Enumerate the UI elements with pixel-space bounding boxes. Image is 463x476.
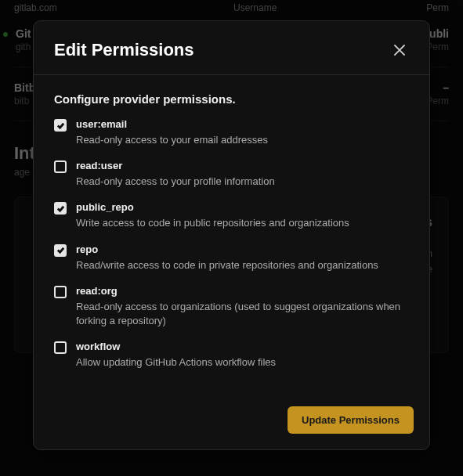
permission-text: user:emailRead-only access to your email… <box>76 118 409 147</box>
permission-checkbox[interactable] <box>54 286 67 298</box>
permission-item: read:orgRead-only access to organization… <box>54 285 409 328</box>
permission-item: read:userRead-only access to your profil… <box>54 160 409 189</box>
configure-heading: Configure provider permissions. <box>54 92 409 106</box>
permission-label: public_repo <box>76 201 409 213</box>
permission-checkbox[interactable] <box>54 160 67 173</box>
permission-checkbox[interactable] <box>54 341 67 354</box>
permission-description: Allow updating GitHub Actions workflow f… <box>76 355 409 370</box>
permissions-list: user:emailRead-only access to your email… <box>54 118 409 370</box>
check-icon <box>56 204 65 213</box>
close-icon <box>393 44 406 56</box>
permission-text: workflowAllow updating GitHub Actions wo… <box>76 341 409 370</box>
check-icon <box>56 246 65 254</box>
permission-description: Write access to code in public repositor… <box>76 216 409 230</box>
modal-body: Configure provider permissions. user:ema… <box>34 75 429 394</box>
permission-text: read:userRead-only access to your profil… <box>76 160 409 189</box>
permission-label: user:email <box>76 118 409 130</box>
permission-description: Read/write access to code in private rep… <box>76 258 409 272</box>
permission-text: repoRead/write access to code in private… <box>76 243 409 272</box>
modal-footer: Update Permissions <box>34 394 429 449</box>
close-button[interactable] <box>390 41 409 60</box>
permission-checkbox[interactable] <box>54 244 67 257</box>
update-permissions-button[interactable]: Update Permissions <box>288 406 414 434</box>
permission-label: read:org <box>76 285 409 297</box>
permission-text: read:orgRead-only access to organization… <box>76 285 409 328</box>
permission-checkbox[interactable] <box>54 202 67 215</box>
permission-checkbox[interactable] <box>54 119 67 132</box>
permission-text: public_repoWrite access to code in publi… <box>76 201 409 230</box>
permission-item: workflowAllow updating GitHub Actions wo… <box>54 341 409 370</box>
permission-description: Read-only access to organizations (used … <box>76 300 409 328</box>
permission-item: public_repoWrite access to code in publi… <box>54 201 409 230</box>
edit-permissions-modal: Edit Permissions Configure provider perm… <box>33 20 430 450</box>
permission-label: workflow <box>76 341 409 352</box>
check-icon <box>56 121 65 130</box>
modal-header: Edit Permissions <box>34 21 429 74</box>
permission-description: Read-only access to your profile informa… <box>76 175 409 189</box>
permission-label: read:user <box>76 160 409 171</box>
permission-label: repo <box>76 243 409 255</box>
permission-description: Read-only access to your email addresses <box>76 133 409 147</box>
modal-title: Edit Permissions <box>54 40 194 60</box>
permission-item: repoRead/write access to code in private… <box>54 243 409 272</box>
permission-item: user:emailRead-only access to your email… <box>54 118 409 147</box>
